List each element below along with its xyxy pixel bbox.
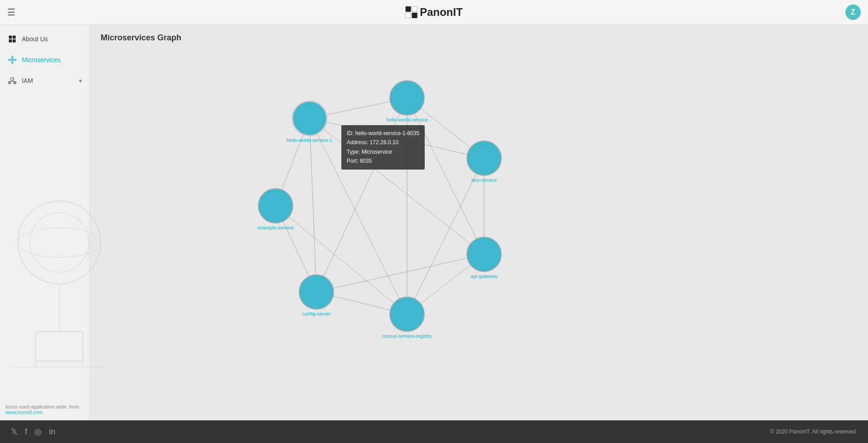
footer-social-links: 𝕏 f ◎ in (11, 427, 55, 437)
svg-rect-2 (9, 39, 12, 43)
svg-point-30 (258, 189, 293, 223)
twitter-icon[interactable]: 𝕏 (11, 427, 18, 437)
sidebar-item-about-us-label: About Us (22, 35, 82, 43)
logo-text: PanonIT (420, 6, 463, 19)
sidebar-item-microservices[interactable]: Microservices (0, 49, 89, 70)
svg-point-8 (11, 62, 13, 63)
svg-rect-1 (13, 36, 16, 39)
sidebar-footer-link[interactable]: www.icons8.com (5, 409, 43, 415)
svg-text:example-service: example-service (257, 225, 294, 230)
sidebar-footer-text: Icons used application wide: from (5, 404, 79, 409)
svg-rect-3 (13, 39, 16, 43)
graph-edge (316, 98, 407, 292)
iam-icon (7, 76, 17, 86)
svg-point-7 (11, 56, 13, 58)
logo-icon (405, 6, 417, 18)
sidebar-item-microservices-label: Microservices (22, 56, 82, 63)
svg-point-17 (29, 213, 89, 272)
svg-text:iam-service: iam-service (471, 177, 497, 183)
svg-point-34 (299, 275, 334, 309)
facebook-icon[interactable]: f (25, 427, 27, 437)
graph-node[interactable]: config-server (299, 275, 334, 316)
linkedin-icon[interactable]: in (49, 427, 55, 437)
svg-rect-19 (35, 331, 83, 361)
iam-chevron-icon: ▾ (79, 77, 82, 84)
sidebar-item-about-us[interactable]: About Us (0, 29, 89, 49)
svg-point-18 (18, 228, 101, 257)
svg-rect-0 (9, 36, 12, 39)
svg-point-32 (467, 237, 501, 272)
graph-node[interactable]: api-gateway (467, 237, 501, 279)
graph-container[interactable]: hello-world-service-1hello-world-service… (90, 48, 868, 420)
main-layout: About Us Micr (0, 25, 868, 420)
svg-text:api-gateway: api-gateway (470, 273, 498, 279)
app-logo: PanonIT (405, 6, 463, 19)
svg-point-26 (390, 81, 424, 115)
graph-node[interactable]: hello-world-service-1 (286, 101, 332, 143)
sidebar-item-iam[interactable]: IAM ▾ (0, 70, 89, 91)
graph-edge (310, 118, 316, 292)
svg-text:config-server: config-server (302, 311, 331, 316)
sidebar-nav: About Us Micr (0, 25, 89, 95)
sidebar-footer: Icons used application wide: from www.ic… (0, 399, 89, 420)
svg-point-24 (292, 101, 327, 136)
svg-point-4 (11, 59, 14, 61)
sidebar-item-iam-label: IAM (22, 77, 74, 84)
svg-point-5 (9, 59, 10, 60)
content-area: Microservices Graph hello-world-service-… (90, 25, 868, 420)
microservices-icon (7, 55, 17, 65)
graph-edge (310, 118, 484, 254)
app-footer: 𝕏 f ◎ in © 2020 PanonIT. All rights rese… (0, 420, 868, 443)
svg-point-6 (15, 59, 16, 60)
svg-text:hello-world-service-1: hello-world-service-1 (286, 137, 332, 143)
about-icon (7, 34, 17, 44)
graph-node[interactable]: example-service (257, 189, 294, 230)
svg-text:consul-service-registry: consul-service-registry (382, 333, 432, 339)
page-title: Microservices Graph (90, 25, 868, 48)
svg-point-28 (467, 141, 501, 175)
svg-point-13 (11, 78, 14, 81)
menu-icon[interactable]: ☰ (7, 7, 15, 18)
svg-point-36 (390, 297, 424, 331)
sidebar: About Us Micr (0, 25, 90, 420)
app-header: ☰ PanonIT Z (0, 0, 868, 25)
svg-point-16 (18, 201, 101, 284)
microservices-graph-svg: hello-world-service-1hello-world-service… (90, 48, 868, 420)
user-avatar[interactable]: Z (845, 5, 861, 20)
svg-text:hello-world-service: hello-world-service (386, 117, 428, 122)
footer-copyright: © 2020 PanonIT. All rights reserved. (770, 428, 857, 435)
graph-node[interactable]: consul-service-registry (382, 297, 432, 339)
instagram-icon[interactable]: ◎ (34, 427, 42, 437)
graph-edge (310, 118, 484, 158)
